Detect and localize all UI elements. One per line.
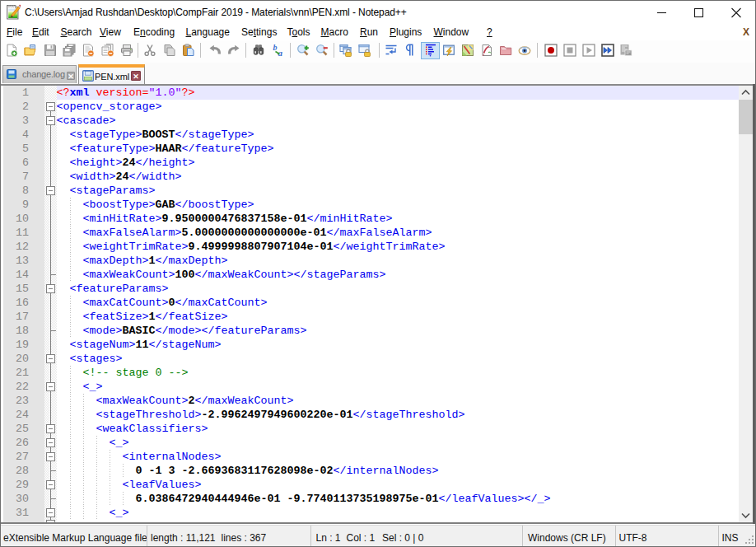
svg-text:b: b bbox=[273, 44, 277, 52]
svg-text:a: a bbox=[278, 48, 282, 58]
